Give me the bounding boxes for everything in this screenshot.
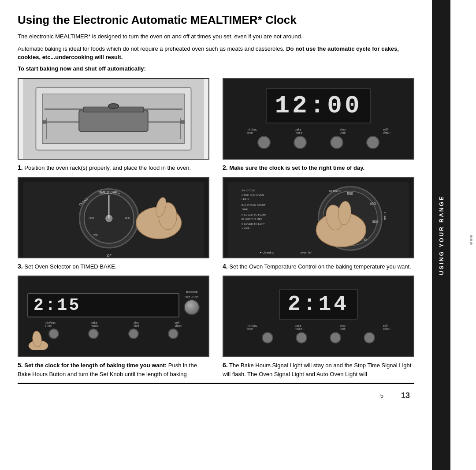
step-6-image: 2:14 min/sectimer bakehours stoptime sel… — [223, 276, 414, 357]
signal-dot-3 — [470, 242, 472, 245]
svg-text:400: 400 — [125, 216, 130, 220]
svg-text:HI BROIL: HI BROIL — [329, 189, 342, 193]
svg-text:300: 300 — [89, 216, 94, 220]
svg-rect-7 — [79, 110, 148, 131]
clock-btn-9[interactable] — [262, 332, 273, 343]
bold-instruction: To start baking now and shut off automat… — [18, 65, 414, 72]
signal-indicators — [470, 235, 472, 245]
bottom-bar — [18, 383, 414, 384]
clock-btn-4[interactable] — [366, 136, 379, 149]
step-2-block: 12:00 min/sectimer bakehours stoptime se… — [223, 78, 414, 172]
page-title: Using the Electronic Automatic MEALTIMER… — [18, 13, 414, 27]
svg-text:300: 300 — [372, 220, 378, 224]
svg-text:ING CYCLE START: ING CYCLE START — [242, 203, 266, 206]
clock-btn-8[interactable] — [168, 328, 178, 339]
clock-digits-2: 2:15 — [33, 296, 81, 315]
step-4-block: AN CYCLE CTOR AND OVEN LEAN ING CYCLE ST… — [223, 177, 414, 271]
step-6-block: 2:14 min/sectimer bakehours stoptime sel… — [223, 276, 414, 379]
clock-labels-row-3: min/sectimer bakehours stoptime self-cle… — [228, 324, 409, 330]
svg-text:or: or — [107, 252, 112, 257]
clock-buttons-3 — [250, 332, 386, 343]
step-5-block: 2:15 SET KNOB min/sectimer bakehours sto… — [18, 276, 209, 379]
side-tab-label: USING YOUR RANGE — [438, 195, 445, 275]
step-2-image: 12:00 min/sectimer bakehours stoptime se… — [223, 78, 414, 160]
svg-text:LEAN: LEAN — [242, 198, 249, 201]
step-3-image: TIMED BAKE CLEAN 300 400 200 or — [18, 177, 209, 258]
clock-btn-2[interactable] — [294, 136, 307, 149]
main-content: Using the Electronic Automatic MEALTIMER… — [0, 0, 432, 470]
svg-text:TIME: TIME — [242, 207, 248, 210]
svg-text:oven tel: oven tel — [300, 251, 312, 254]
step-5-clock-inner: 2:15 SET KNOB — [23, 293, 204, 317]
clock-digits-1: 12:00 — [275, 92, 362, 120]
clock-labels-row-1: min/sectimer bakehours stoptime self-cle… — [228, 128, 409, 134]
svg-text:IE LIGHT IS OFF: IE LIGHT IS OFF — [242, 217, 262, 220]
clock-btn-6[interactable] — [88, 328, 99, 339]
step-1-image — [18, 78, 209, 160]
hand-indicator — [27, 330, 54, 352]
steps-row-2: TIMED BAKE CLEAN 300 400 200 or — [18, 177, 414, 271]
clock-btn-7[interactable] — [128, 328, 139, 339]
svg-point-9 — [108, 103, 119, 108]
svg-text:● cleaning: ● cleaning — [260, 251, 274, 254]
step-3-block: TIMED BAKE CLEAN 300 400 200 or — [18, 177, 209, 271]
step-5-digit-display: 2:15 — [27, 293, 179, 317]
clock-digits-3: 2:14 — [288, 292, 349, 316]
clock-buttons-1 — [246, 136, 391, 149]
step-3-text: 3. Set Oven Selector on TIMED BAKE. — [18, 262, 209, 271]
step-6-text: 6. The Bake Hours Signal Light will stay… — [223, 361, 414, 379]
clock-btn-11[interactable] — [330, 332, 341, 343]
svg-text:CTOR AND OVEN: CTOR AND OVEN — [242, 193, 264, 196]
intro-para-2: Automatic baking is ideal for foods whic… — [18, 45, 414, 62]
svg-text:200: 200 — [93, 234, 98, 237]
page-footer: 5 13 — [18, 391, 414, 400]
clock-btn-12[interactable] — [364, 332, 375, 343]
signal-dot-1 — [470, 235, 472, 238]
svg-text:K LEVER TO RIGHT: K LEVER TO RIGHT — [242, 213, 267, 216]
step-4-text: 4. Set the Oven Temperature Control on t… — [223, 262, 414, 271]
steps-row-1: 1. Position the oven rack(s) properly, a… — [18, 78, 414, 172]
clock-btn-1[interactable] — [257, 136, 271, 149]
signal-dot-2 — [470, 239, 472, 241]
clock-btn-10[interactable] — [296, 332, 307, 343]
step-1-text: 1. Position the oven rack(s) properly, a… — [18, 163, 209, 172]
svg-text:500: 500 — [347, 191, 353, 195]
set-knob[interactable] — [184, 299, 200, 315]
side-tab: USING YOUR RANGE — [432, 0, 450, 470]
step-1-block: 1. Position the oven rack(s) properly, a… — [18, 78, 209, 172]
set-knob-label: SET KNOB — [185, 296, 198, 298]
clock-display-1: 12:00 — [266, 88, 371, 123]
steps-row-3: 2:15 SET KNOB min/sectimer bakehours sto… — [18, 276, 414, 379]
step-5-image: 2:15 SET KNOB min/sectimer bakehours sto… — [18, 276, 209, 357]
clock-labels-row-2: min/sectimer bakehours stoptime self-cle… — [27, 321, 200, 327]
step-4-image: AN CYCLE CTOR AND OVEN LEAN ING CYCLE ST… — [223, 177, 414, 258]
intro-para-1: The electronic MEALTIMER* is designed to… — [18, 32, 414, 41]
page-num-main: 13 — [401, 391, 410, 400]
step-2-text: 2. Make sure the clock is set to the rig… — [223, 163, 414, 172]
page-num-5: 5 — [380, 392, 383, 399]
svg-text:TIMED BAKE: TIMED BAKE — [98, 190, 120, 194]
svg-text:400: 400 — [370, 201, 376, 205]
svg-text:K LEVER TO LEFT: K LEVER TO LEFT — [242, 222, 265, 225]
svg-text:LEAN: LEAN — [383, 212, 387, 220]
svg-text:V OFF: V OFF — [242, 226, 249, 229]
svg-rect-10 — [42, 120, 47, 123]
svg-rect-11 — [180, 120, 185, 123]
step-5-text: 5. Set the clock for the length of bakin… — [18, 361, 209, 379]
clock-display-3: 2:14 — [279, 289, 358, 320]
clock-btn-3[interactable] — [330, 136, 343, 149]
svg-text:AN CYCLE: AN CYCLE — [242, 188, 255, 191]
